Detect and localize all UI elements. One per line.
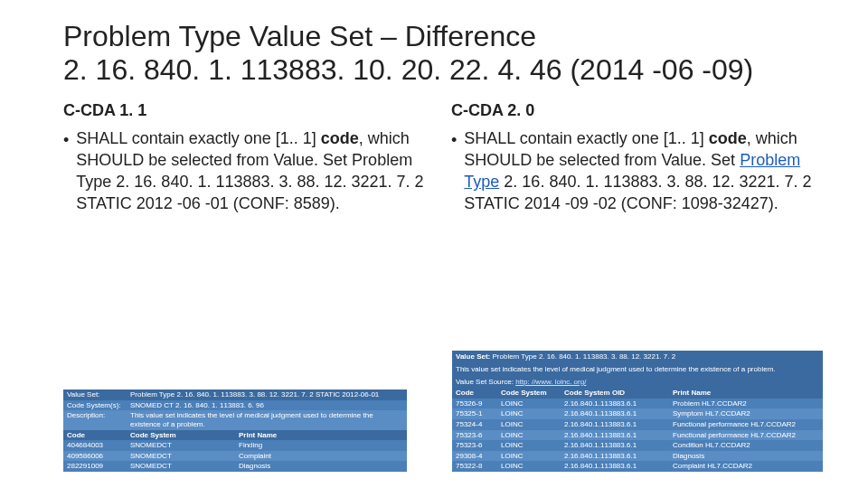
bullet-icon: • <box>63 127 69 215</box>
table-row: 75326-9LOINC2.16.840.1.113883.6.1Problem… <box>452 399 823 409</box>
table-row: 404684003SNOMEDCTFinding <box>63 440 407 451</box>
cell: 75323-6 <box>452 430 497 441</box>
col-codesystem: Code System <box>127 430 235 441</box>
right-bullet-code: code <box>709 129 747 147</box>
table-row: 75324-4LOINC2.16.840.1.113883.6.1Functio… <box>452 419 823 430</box>
left-column: C-CDA 1. 1 • SHALL contain exactly one [… <box>63 98 426 224</box>
cell: 2.16.840.1.113883.6.1 <box>561 419 669 430</box>
right-bullet-post: 2. 16. 840. 1. 113883. 3. 88. 12. 3221. … <box>464 173 811 212</box>
table-header-row: Code Code System Print Name <box>63 430 407 441</box>
vs-value: Problem Type 2. 16. 840. 1. 113883. 3. 8… <box>127 389 407 400</box>
cell: Symptom HL7.CCDAR2 <box>669 408 823 419</box>
left-bullet: • SHALL contain exactly one [1.. 1] code… <box>63 127 426 215</box>
desc-label: Description: <box>63 410 127 429</box>
left-bullet-code: code <box>321 129 359 147</box>
table-row: 75325-1LOINC2.16.840.1.113883.6.1Symptom… <box>452 408 823 419</box>
cell: Functional performance HL7.CCDAR2 <box>669 419 823 430</box>
table-row: Code System(s): SNOMED CT 2. 16. 840. 1.… <box>63 400 407 411</box>
cell: SNOMEDCT <box>127 440 235 451</box>
title-line-2: 2. 16. 840. 1. 113883. 10. 20. 22. 4. 46… <box>63 53 753 86</box>
vs-label: Value Set: <box>63 389 127 400</box>
cell: LOINC <box>497 419 561 430</box>
left-heading: C-CDA 1. 1 <box>63 101 426 120</box>
left-bullet-pre: SHALL contain exactly one [1.. 1] <box>76 129 321 147</box>
col-printname: Print Name <box>669 388 823 399</box>
right-bullet-text: SHALL contain exactly one [1.. 1] code, … <box>464 127 814 215</box>
cell: Condition HL7.CCDAR2 <box>669 440 823 451</box>
right-vs-row: Value Set: Problem Type 2. 16. 840. 1. 1… <box>452 351 823 363</box>
col-code: Code <box>63 430 127 441</box>
table-row: 75323-6LOINC2.16.840.1.113883.6.1Conditi… <box>452 440 823 451</box>
cell: 75324-4 <box>452 419 497 430</box>
bullet-icon: • <box>451 127 457 215</box>
slide: Problem Type Value Set – Difference 2. 1… <box>0 0 868 488</box>
cell: Complaint <box>235 451 407 462</box>
table-row: Description: This value set indicates th… <box>63 410 407 429</box>
col-printname: Print Name <box>235 430 407 441</box>
columns: C-CDA 1. 1 • SHALL contain exactly one [… <box>63 98 814 224</box>
cell: 75325-1 <box>452 408 497 419</box>
right-bullet: • SHALL contain exactly one [1.. 1] code… <box>451 127 814 215</box>
table-row: 282291009SNOMEDCTDiagnosis <box>63 461 407 472</box>
cell: 2.16.840.1.113883.6.1 <box>561 451 669 462</box>
cell: LOINC <box>497 408 561 419</box>
cell: 75322-8 <box>452 461 497 472</box>
right-mini-table: Value Set: Problem Type 2. 16. 840. 1. 1… <box>452 351 823 472</box>
table-row: Value Set: Problem Type 2. 16. 840. 1. 1… <box>63 389 407 400</box>
cell: 409586006 <box>63 451 127 462</box>
cell: LOINC <box>497 399 561 409</box>
cell: 2.16.840.1.113883.6.1 <box>561 408 669 419</box>
right-source-row: Value Set Source: http: //www. loinc. or… <box>452 376 823 389</box>
cell: Finding <box>235 440 407 451</box>
cell: SNOMEDCT <box>127 451 235 462</box>
col-oid: Code System OID <box>561 388 669 399</box>
cell: LOINC <box>497 430 561 441</box>
table-row: 29308-4LOINC2.16.840.1.113883.6.1Diagnos… <box>452 451 823 462</box>
loinc-link[interactable]: http: //www. loinc. org/ <box>515 378 586 386</box>
cell: Problem HL7.CCDAR2 <box>669 399 823 409</box>
title-line-1: Problem Type Value Set – Difference <box>63 20 536 52</box>
right-note: This value set indicates the level of me… <box>452 363 823 376</box>
cell: 404684003 <box>63 440 127 451</box>
cell: 2.16.840.1.113883.6.1 <box>561 430 669 441</box>
col-code: Code <box>452 388 497 399</box>
cell: 29308-4 <box>452 451 497 462</box>
table-row: 75322-8LOINC2.16.840.1.113883.6.1Complai… <box>452 461 823 472</box>
cell: Complaint HL7.CCDAR2 <box>669 461 823 472</box>
cell: 2.16.840.1.113883.6.1 <box>561 440 669 451</box>
cell: Functional performance HL7.CCDAR2 <box>669 430 823 441</box>
cell: LOINC <box>497 440 561 451</box>
table-row: 75323-6LOINC2.16.840.1.113883.6.1Functio… <box>452 430 823 441</box>
left-bullet-text: SHALL contain exactly one [1.. 1] code, … <box>76 127 426 215</box>
cs-value: SNOMED CT 2. 16. 840. 1. 113883. 6. 96 <box>127 400 407 411</box>
vs-label: Value Set: <box>456 352 490 361</box>
right-bullet-pre: SHALL contain exactly one [1.. 1] <box>464 129 709 147</box>
cell: Diagnosis <box>669 451 823 462</box>
table-header-row: Code Code System Code System OID Print N… <box>452 388 823 399</box>
page-title: Problem Type Value Set – Difference 2. 1… <box>63 20 814 87</box>
left-mini-table: Value Set: Problem Type 2. 16. 840. 1. 1… <box>63 389 407 472</box>
cell: 282291009 <box>63 461 127 472</box>
cell: LOINC <box>497 461 561 472</box>
cell: 75326-9 <box>452 399 497 409</box>
cs-label: Code System(s): <box>63 400 127 411</box>
table-row: 409586006SNOMEDCTComplaint <box>63 451 407 462</box>
right-column: C-CDA 2. 0 • SHALL contain exactly one [… <box>451 98 814 224</box>
vs-value: Problem Type 2. 16. 840. 1. 113883. 3. 8… <box>492 352 675 361</box>
cell: 2.16.840.1.113883.6.1 <box>561 461 669 472</box>
cell: 75323-6 <box>452 440 497 451</box>
desc-value: This value set indicates the level of me… <box>127 410 407 429</box>
cell: 2.16.840.1.113883.6.1 <box>561 399 669 409</box>
col-codesystem: Code System <box>497 388 561 399</box>
cell: LOINC <box>497 451 561 462</box>
cell: SNOMEDCT <box>127 461 235 472</box>
right-heading: C-CDA 2. 0 <box>451 101 814 120</box>
src-label: Value Set Source: <box>456 378 514 386</box>
cell: Diagnosis <box>235 461 407 472</box>
